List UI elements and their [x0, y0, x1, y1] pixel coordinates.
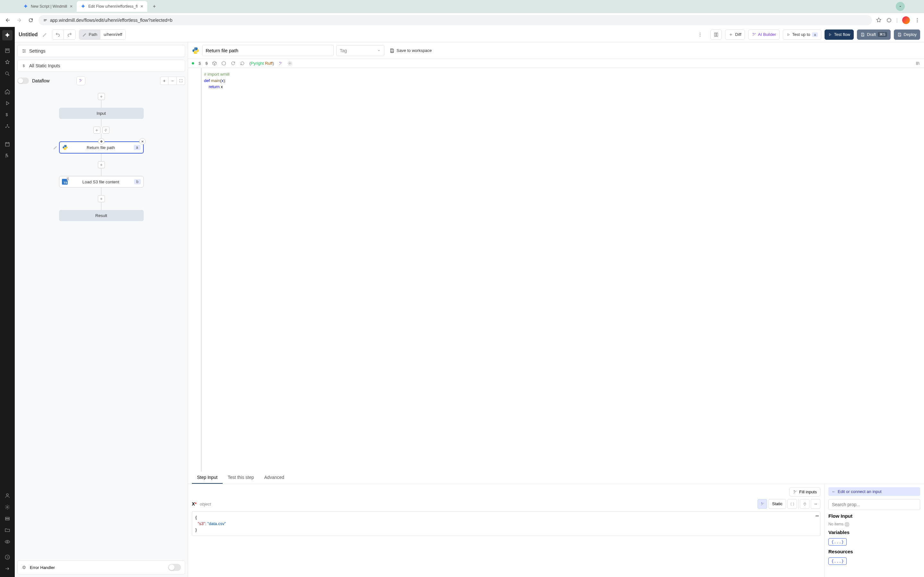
ai-step-button[interactable]	[102, 127, 110, 134]
variable-button[interactable]: $	[205, 61, 208, 66]
remove-step-button[interactable]: ✕	[139, 138, 145, 145]
help-icon[interactable]: ?	[2, 552, 13, 562]
fill-inputs-button[interactable]: Fill inputs	[789, 487, 821, 496]
editor-settings-button[interactable]	[288, 61, 292, 66]
settings-icon[interactable]	[2, 502, 13, 512]
wand-mode-button[interactable]	[758, 499, 767, 509]
back-button[interactable]	[4, 16, 11, 24]
deploy-button[interactable]: Deploy	[894, 29, 920, 40]
python-icon	[192, 47, 200, 55]
triggers-icon[interactable]	[2, 151, 13, 161]
site-settings-icon[interactable]	[43, 18, 47, 23]
star-icon[interactable]	[2, 57, 13, 67]
connect-banner[interactable]: ← Edit or connect an input	[829, 487, 920, 496]
settings-row[interactable]: Settings	[17, 45, 185, 57]
close-icon[interactable]: ✕	[69, 4, 73, 9]
connect-forward-button[interactable]: →	[811, 499, 821, 509]
browser-menu-icon[interactable]	[914, 17, 920, 23]
linter-label: (Pyright Ruff)	[249, 61, 274, 66]
package-button[interactable]	[212, 61, 217, 66]
add-step-button[interactable]: +	[98, 161, 105, 168]
error-handler-toggle[interactable]	[168, 564, 181, 571]
close-icon[interactable]: ✕	[140, 4, 144, 9]
resource-brace-button[interactable]: {...}	[829, 558, 846, 565]
collapse-icon[interactable]: ▬	[816, 513, 819, 518]
audit-icon[interactable]	[2, 537, 13, 547]
save-to-workspace-button[interactable]: Save to workspace	[387, 45, 435, 56]
undo-button[interactable]	[52, 30, 64, 39]
new-tab-button[interactable]: +	[150, 2, 159, 11]
step-a[interactable]: ✥ ✕ Return file path a	[59, 141, 144, 153]
tab-edit-flow[interactable]: Edit Flow u/henri/effortless_fl ✕	[77, 1, 147, 12]
workspace-icon[interactable]	[2, 45, 13, 56]
tab-step-input[interactable]: Step Input	[192, 472, 223, 484]
auto-layout-button[interactable]	[76, 76, 86, 85]
input-node[interactable]: Input	[59, 108, 144, 119]
search-prop-input[interactable]	[829, 499, 920, 510]
raw-button[interactable]	[787, 499, 797, 509]
plug-button[interactable]	[800, 499, 809, 509]
forward-button[interactable]	[15, 16, 23, 24]
extensions-icon[interactable]	[886, 17, 892, 23]
flow-canvas[interactable]: + Input +	[17, 90, 185, 558]
library-button[interactable]	[915, 61, 920, 66]
zoom-out-button[interactable]: −	[168, 77, 177, 85]
url-field[interactable]: app.windmill.dev/flows/edit/u/henri/effo…	[39, 15, 872, 25]
result-node[interactable]: Result	[59, 210, 144, 221]
resources-icon[interactable]	[2, 121, 13, 131]
folders-icon[interactable]	[2, 525, 13, 535]
dataflow-toggle[interactable]	[17, 77, 29, 84]
add-trigger-button[interactable]: +	[98, 93, 105, 100]
draft-button[interactable]: Draft ⌘S	[857, 29, 891, 40]
step-b[interactable]: TS🐰 Load S3 file content b	[59, 176, 144, 187]
reset-button[interactable]	[240, 61, 245, 66]
step-input-panel: Fill inputs X* object Static	[188, 484, 825, 577]
tab-test-step[interactable]: Test this step	[223, 472, 259, 484]
bookmark-star-icon[interactable]	[876, 17, 882, 23]
tab-new-script[interactable]: New Script | Windmill ✕	[19, 1, 77, 12]
windmill-logo-icon[interactable]	[2, 30, 13, 40]
context-var-button[interactable]: $	[199, 61, 201, 66]
ai-builder-button[interactable]: AI Builder	[748, 29, 780, 40]
test-up-to-button[interactable]: Test up to a	[783, 29, 822, 40]
runs-icon[interactable]	[2, 98, 13, 108]
format-button[interactable]	[278, 61, 283, 66]
chevron-down-icon	[898, 5, 902, 8]
json-input[interactable]: ▬ { "s3": "data.csv" }	[192, 511, 821, 536]
move-step-button[interactable]: ✥	[98, 138, 105, 145]
tab-advanced[interactable]: Advanced	[259, 472, 289, 484]
play-icon	[828, 33, 832, 37]
reload-button[interactable]	[27, 16, 35, 24]
edit-title-button[interactable]	[41, 31, 49, 39]
workers-icon[interactable]	[2, 514, 13, 524]
search-icon[interactable]	[2, 69, 13, 79]
user-icon[interactable]	[2, 490, 13, 501]
profile-dropdown-button[interactable]	[896, 2, 905, 11]
zoom-in-button[interactable]: +	[160, 77, 168, 85]
redo-button[interactable]	[64, 30, 75, 39]
tag-select[interactable]: Tag	[336, 45, 384, 56]
step-name-input[interactable]	[202, 45, 334, 56]
avatar[interactable]	[902, 16, 910, 24]
save-icon	[389, 48, 395, 53]
variables-icon[interactable]: $	[2, 110, 13, 120]
reload-cache-button[interactable]	[231, 61, 236, 66]
more-menu-button[interactable]	[698, 30, 707, 39]
package-2-button[interactable]	[221, 61, 226, 66]
all-static-inputs-row[interactable]: $ All Static Inputs	[17, 60, 185, 72]
add-step-button[interactable]: +	[98, 195, 105, 202]
add-step-button[interactable]: +	[94, 127, 100, 134]
diff-button[interactable]: Diff	[725, 29, 745, 40]
test-flow-button[interactable]: Test flow	[825, 29, 854, 40]
path-group: Path u/henri/eff	[79, 29, 126, 40]
home-icon[interactable]	[2, 87, 13, 97]
static-button[interactable]: Static	[768, 499, 786, 509]
schedules-icon[interactable]	[2, 139, 13, 149]
variable-brace-button[interactable]: {...}	[829, 538, 846, 546]
svg-point-16	[7, 541, 8, 543]
preview-button[interactable]	[710, 29, 722, 40]
code-editor[interactable]: # import wmill def main(x): return x	[188, 68, 924, 472]
collapse-icon[interactable]	[2, 564, 13, 574]
fullscreen-button[interactable]	[177, 77, 185, 85]
path-button[interactable]: Path	[79, 30, 101, 39]
